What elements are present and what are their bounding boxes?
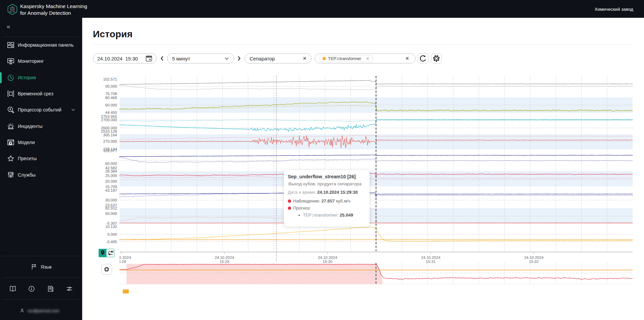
svg-text:15:30: 15:30	[323, 260, 332, 264]
svg-text:102.571: 102.571	[103, 77, 117, 81]
svg-text:44.450: 44.450	[105, 110, 117, 115]
svg-text:24.10.2024: 24.10.2024	[421, 256, 440, 260]
svg-text:82.912: 82.912	[105, 206, 117, 210]
svg-text:15:29: 15:29	[220, 260, 229, 264]
svg-text:103.077: 103.077	[103, 149, 117, 153]
svg-text:5.000: 5.000	[107, 232, 117, 236]
svg-text:25.000: 25.000	[105, 174, 117, 178]
svg-text:24.10.2024: 24.10.2024	[524, 256, 544, 260]
svg-text:24.10.2024: 24.10.2024	[215, 256, 234, 260]
svg-text:90.000: 90.000	[105, 84, 117, 88]
svg-text:270.000: 270.000	[103, 139, 117, 143]
svg-text:80.468: 80.468	[105, 96, 117, 100]
svg-text:-0.405: -0.405	[106, 240, 117, 244]
svg-text:10.132: 10.132	[105, 225, 117, 229]
svg-text:15:32: 15:32	[529, 260, 539, 264]
svg-text:50.000: 50.000	[105, 212, 117, 216]
svg-text:2700.000: 2700.000	[101, 118, 117, 122]
svg-text:MLAD: MLAD	[9, 11, 15, 13]
svg-text:60.000: 60.000	[105, 162, 117, 166]
svg-text:24.10.2024: 24.10.2024	[318, 256, 337, 260]
svg-text:28.384: 28.384	[105, 169, 117, 173]
svg-text:15:31: 15:31	[426, 260, 436, 264]
svg-text:60.000: 60.000	[105, 103, 117, 107]
svg-text:76.708: 76.708	[105, 92, 117, 96]
svg-text:20.000: 20.000	[105, 179, 117, 183]
svg-text:43.187: 43.187	[105, 188, 117, 192]
svg-text:30.000: 30.000	[105, 198, 117, 202]
svg-text:305.164: 305.164	[103, 133, 117, 137]
